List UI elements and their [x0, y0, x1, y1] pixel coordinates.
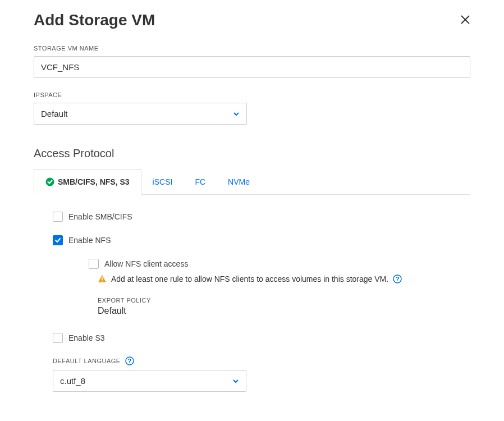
help-icon[interactable]: ?	[393, 274, 402, 283]
warning-icon	[98, 274, 107, 283]
page-title: Add Storage VM	[34, 11, 155, 29]
svg-rect-4	[102, 281, 103, 282]
export-policy-label: EXPORT POLICY	[98, 297, 470, 304]
close-button[interactable]	[460, 13, 470, 27]
default-language-value: c.utf_8	[60, 376, 85, 386]
tab-fc[interactable]: FC	[184, 169, 217, 194]
svg-text:?: ?	[127, 358, 131, 364]
allow-nfs-client-label: Allow NFS client access	[104, 259, 188, 268]
vm-name-input[interactable]	[34, 56, 470, 78]
enable-s3-label: Enable S3	[68, 333, 105, 342]
vm-name-label: STORAGE VM NAME	[34, 45, 470, 52]
check-circle-icon	[45, 177, 54, 186]
tab-iscsi-label: iSCSI	[153, 177, 173, 186]
svg-text:?: ?	[396, 276, 400, 282]
access-protocol-title: Access Protocol	[34, 147, 470, 160]
enable-s3-checkbox[interactable]	[53, 333, 63, 343]
tab-nvme[interactable]: NVMe	[217, 169, 261, 194]
ipspace-value: Default	[41, 109, 68, 118]
tab-smb-nfs-s3-label: SMB/CIFS, NFS, S3	[58, 177, 130, 186]
protocol-tabs: SMB/CIFS, NFS, S3 iSCSI FC NVMe	[34, 169, 470, 195]
enable-smb-checkbox[interactable]	[53, 212, 63, 222]
enable-smb-label: Enable SMB/CIFS	[68, 212, 132, 221]
checkmark-icon	[54, 237, 61, 244]
help-icon[interactable]: ?	[125, 356, 134, 365]
default-language-select[interactable]: c.utf_8	[53, 370, 246, 392]
tab-smb-nfs-s3[interactable]: SMB/CIFS, NFS, S3	[34, 169, 141, 195]
nfs-warning-text: Add at least one rule to allow NFS clien…	[111, 274, 388, 283]
svg-rect-3	[102, 277, 103, 280]
chevron-down-icon	[233, 111, 240, 117]
ipspace-select[interactable]: Default	[34, 103, 247, 125]
ipspace-label: IPSPACE	[34, 91, 470, 98]
tab-iscsi[interactable]: iSCSI	[141, 169, 184, 194]
enable-nfs-checkbox[interactable]	[53, 235, 63, 245]
tab-fc-label: FC	[195, 177, 205, 186]
tab-nvme-label: NVMe	[228, 177, 250, 186]
allow-nfs-client-checkbox[interactable]	[89, 259, 99, 269]
export-policy-value: Default	[98, 306, 470, 316]
default-language-label: DEFAULT LANGUAGE	[53, 358, 121, 364]
close-icon	[460, 15, 470, 25]
chevron-down-icon	[232, 378, 239, 385]
enable-nfs-label: Enable NFS	[68, 236, 111, 245]
